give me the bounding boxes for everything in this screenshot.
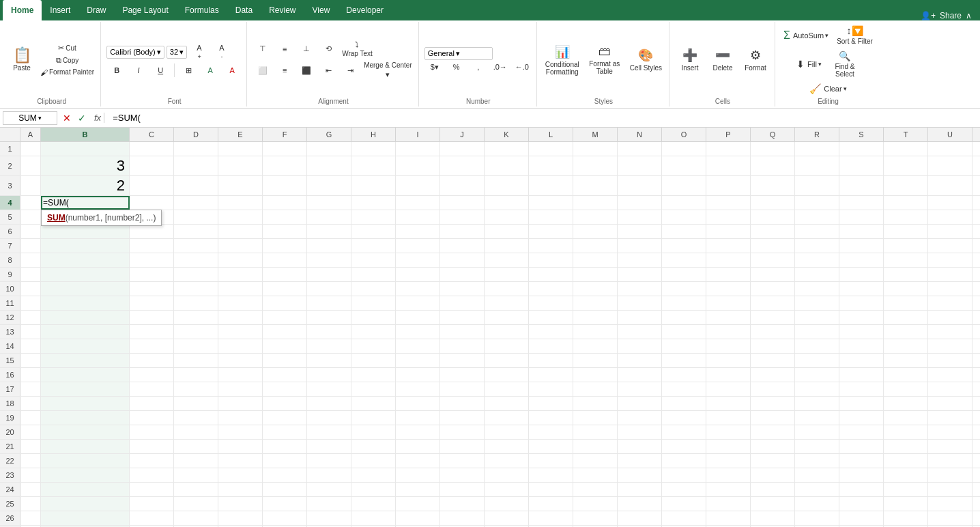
cell-R1[interactable] (795, 142, 839, 156)
col-header-J[interactable]: J (440, 128, 485, 141)
cell-R25[interactable] (795, 497, 839, 511)
cell-M3[interactable] (573, 176, 618, 195)
cell-O21[interactable] (662, 440, 706, 453)
cell-T3[interactable] (884, 176, 928, 195)
cell-R3[interactable] (795, 176, 839, 195)
cell-B9[interactable] (41, 268, 130, 281)
cell-R6[interactable] (795, 225, 839, 238)
cell-S17[interactable] (839, 382, 884, 396)
align-right-button[interactable]: ⬛ (296, 60, 317, 81)
cell-A14[interactable] (20, 339, 41, 353)
cell-R17[interactable] (795, 382, 839, 396)
cell-T8[interactable] (884, 253, 928, 267)
cell-E11[interactable] (218, 296, 263, 310)
cell-F11[interactable] (263, 296, 307, 310)
cell-Q7[interactable] (751, 239, 795, 253)
cell-A16[interactable] (20, 368, 41, 382)
cell-O8[interactable] (662, 253, 706, 267)
cell-T6[interactable] (884, 225, 928, 238)
cell-S22[interactable] (839, 454, 884, 468)
cell-H2[interactable] (351, 156, 396, 175)
row-number-7[interactable]: 7 (0, 239, 20, 253)
cell-F9[interactable] (263, 268, 307, 281)
cell-I10[interactable] (396, 282, 440, 296)
cell-R20[interactable] (795, 425, 839, 439)
cell-R23[interactable] (795, 468, 839, 482)
cell-Q12[interactable] (751, 311, 795, 324)
cell-I22[interactable] (396, 454, 440, 468)
col-header-E[interactable]: E (218, 128, 263, 141)
cell-G4[interactable] (307, 196, 351, 210)
cell-O9[interactable] (662, 268, 706, 281)
cell-E7[interactable] (218, 239, 263, 253)
row-number-1[interactable]: 1 (0, 142, 20, 156)
cell-N16[interactable] (618, 368, 662, 382)
col-header-T[interactable]: T (884, 128, 928, 141)
cell-G5[interactable] (307, 210, 351, 224)
cell-G15[interactable] (307, 354, 351, 367)
cell-F3[interactable] (263, 176, 307, 195)
cell-R9[interactable] (795, 268, 839, 281)
cell-R8[interactable] (795, 253, 839, 267)
cell-H26[interactable] (351, 511, 396, 525)
cell-I3[interactable] (396, 176, 440, 195)
cell-R24[interactable] (795, 483, 839, 496)
cell-H3[interactable] (351, 176, 396, 195)
cell-L9[interactable] (529, 268, 573, 281)
cell-C14[interactable] (130, 339, 174, 353)
cell-I26[interactable] (396, 511, 440, 525)
cell-I6[interactable] (396, 225, 440, 238)
cell-R12[interactable] (795, 311, 839, 324)
wrap-text-button[interactable]: ⤵ Wrap Text (340, 39, 375, 59)
cell-S16[interactable] (839, 368, 884, 382)
cell-R18[interactable] (795, 397, 839, 410)
cell-R13[interactable] (795, 325, 839, 339)
cell-P24[interactable] (706, 483, 751, 496)
cell-C21[interactable] (130, 440, 174, 453)
cell-E18[interactable] (218, 397, 263, 410)
cell-Q18[interactable] (751, 397, 795, 410)
cell-H14[interactable] (351, 339, 396, 353)
cell-K12[interactable] (485, 311, 529, 324)
cell-J1[interactable] (440, 142, 485, 156)
cell-L1[interactable] (529, 142, 573, 156)
col-header-K[interactable]: K (485, 128, 529, 141)
cell-U2[interactable] (928, 156, 972, 175)
cell-L21[interactable] (529, 440, 573, 453)
cell-S13[interactable] (839, 325, 884, 339)
cell-Q6[interactable] (751, 225, 795, 238)
col-header-B[interactable]: B (41, 128, 130, 141)
cell-C4[interactable] (130, 196, 174, 210)
cell-M25[interactable] (573, 497, 618, 511)
cell-K8[interactable] (485, 253, 529, 267)
cell-C3[interactable] (130, 176, 174, 195)
cell-I12[interactable] (396, 311, 440, 324)
cell-B17[interactable] (41, 382, 130, 396)
cell-U7[interactable] (928, 239, 972, 253)
cell-F7[interactable] (263, 239, 307, 253)
cell-G24[interactable] (307, 483, 351, 496)
cell-Q9[interactable] (751, 268, 795, 281)
cell-C8[interactable] (130, 253, 174, 267)
cell-H8[interactable] (351, 253, 396, 267)
confirm-formula-button[interactable]: ✓ (75, 111, 89, 125)
cell-J16[interactable] (440, 368, 485, 382)
cell-J22[interactable] (440, 454, 485, 468)
cell-Q26[interactable] (751, 511, 795, 525)
cell-L12[interactable] (529, 311, 573, 324)
cell-D26[interactable] (174, 511, 218, 525)
cell-B7[interactable] (41, 239, 130, 253)
borders-button[interactable]: ⊞ (178, 65, 199, 76)
cell-M26[interactable] (573, 511, 618, 525)
cell-G18[interactable] (307, 397, 351, 410)
cell-D19[interactable] (174, 411, 218, 425)
tab-formulas[interactable]: Formulas (177, 0, 227, 20)
cell-M19[interactable] (573, 411, 618, 425)
cell-T16[interactable] (884, 368, 928, 382)
cell-J2[interactable] (440, 156, 485, 175)
sort-filter-button[interactable]: ↕🔽 Sort & Filter (834, 23, 876, 47)
fill-color-button[interactable]: A (200, 65, 220, 76)
cell-B25[interactable] (41, 497, 130, 511)
cell-M1[interactable] (573, 142, 618, 156)
cell-P15[interactable] (706, 354, 751, 367)
